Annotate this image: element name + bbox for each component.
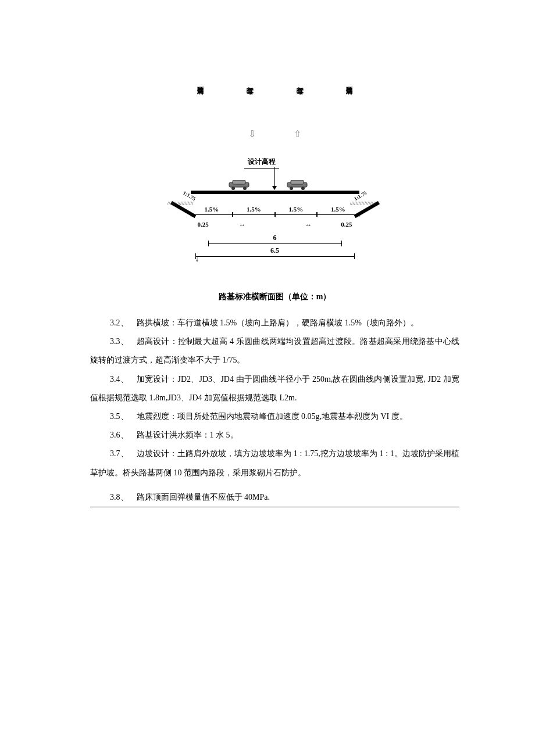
- figure-caption: 路基标准横断面图（单位：m）: [90, 292, 459, 302]
- svg-point-3: [243, 187, 247, 190]
- direction-arrow-down-icon: ⇩: [247, 127, 258, 141]
- design-elevation-label: 设计高程: [244, 156, 279, 169]
- lane-total-width: 6: [208, 234, 342, 244]
- cross-slope-4: 1.5%: [317, 206, 359, 215]
- item-text: 路基设计洪水频率：1 水 5。: [137, 431, 238, 439]
- direction-arrow-up-icon: ⇧: [292, 127, 304, 141]
- item-3-5: 3.5、地震烈度：项目所处范围内地震动峰值加速度 0.05g,地震基本烈度为 V…: [90, 407, 459, 426]
- item-text: 加宽设计：JD2、JD3、JD4 由于圆曲线半径小于 250m,故在圆曲线内侧设…: [90, 375, 459, 402]
- item-text: 超高设计：控制最大超高 4 乐圆曲线两端均设置超高过渡段。路基超高采用绕路基中心…: [90, 337, 459, 364]
- item-3-3: 3.3、超高设计：控制最大超高 4 乐圆曲线两端均设置超高过渡段。路基超高采用绕…: [90, 332, 459, 370]
- item-num: 3.2、: [110, 314, 129, 332]
- cross-slope-3: 1.5%: [275, 206, 318, 215]
- shoulder-width-left: 0.25: [198, 221, 209, 230]
- svg-rect-1: [233, 180, 245, 184]
- car-icon-left: [227, 180, 251, 191]
- cross-section-diagram: 硬路肩 车行道 车行道 硬路肩 ⇩ ⇧ 设计高程 1:1.75 1:1.75: [90, 81, 459, 279]
- dim-arrow-left: ↔: [239, 221, 245, 230]
- svg-point-7: [301, 187, 305, 190]
- item-num: 3.5、: [110, 407, 129, 426]
- road-surface: [191, 191, 359, 194]
- item-3-8: 3.8、路床顶面回弹模量值不应低于 40MPa.: [90, 488, 459, 507]
- car-icon-right: [285, 180, 309, 191]
- item-3-6: 3.6、路基设计洪水频率：1 水 5。: [90, 426, 459, 445]
- svg-point-6: [290, 187, 293, 190]
- item-num: 3.6、: [110, 426, 129, 445]
- item-text: 地震烈度：项目所处范围内地震动峰值加速度 0.05g,地震基本烈度为 VI 度。: [137, 412, 408, 421]
- item-text: 边坡设计：土路肩外放坡，填方边坡坡率为 1 : 1.75,挖方边坡坡率为 1 :…: [90, 449, 459, 476]
- item-3-4: 3.4、加宽设计：JD2、JD3、JD4 由于圆曲线半径小于 250m,故在圆曲…: [90, 370, 459, 407]
- dim-arrow-right: ↔: [305, 221, 311, 230]
- item-text: 路拱横坡：车行道横坡 1.5%（坡向上路肩），硬路肩横坡 1.5%（坡向路外）。: [137, 318, 419, 327]
- item-text: 路床顶面回弹模量值不应低于 40MPa.: [137, 493, 270, 501]
- item-3-7: 3.7、边坡设计：土路肩外放坡，填方边坡坡率为 1 : 1.75,挖方边坡坡率为…: [90, 445, 459, 482]
- shoulder-width-right: 0.25: [341, 221, 352, 230]
- item-num: 3.8、: [110, 488, 129, 507]
- elevation-pointer-head: [272, 186, 277, 190]
- cross-slope-2: 1.5%: [233, 206, 275, 215]
- elevation-pointer-line: [274, 167, 275, 188]
- cross-slope-1: 1.5%: [191, 206, 233, 215]
- item-num: 3.3、: [110, 332, 129, 351]
- item-num: 3.4、: [110, 370, 129, 389]
- item-3-2: 3.2、路拱横坡：车行道横坡 1.5%（坡向上路肩），硬路肩横坡 1.5%（坡向…: [90, 314, 459, 332]
- svg-point-2: [231, 187, 235, 190]
- item-num: 3.7、: [110, 445, 129, 463]
- dim-end-arrow-icon: ↓: [195, 255, 199, 264]
- svg-rect-5: [291, 180, 304, 184]
- full-width: 6.5: [195, 246, 355, 257]
